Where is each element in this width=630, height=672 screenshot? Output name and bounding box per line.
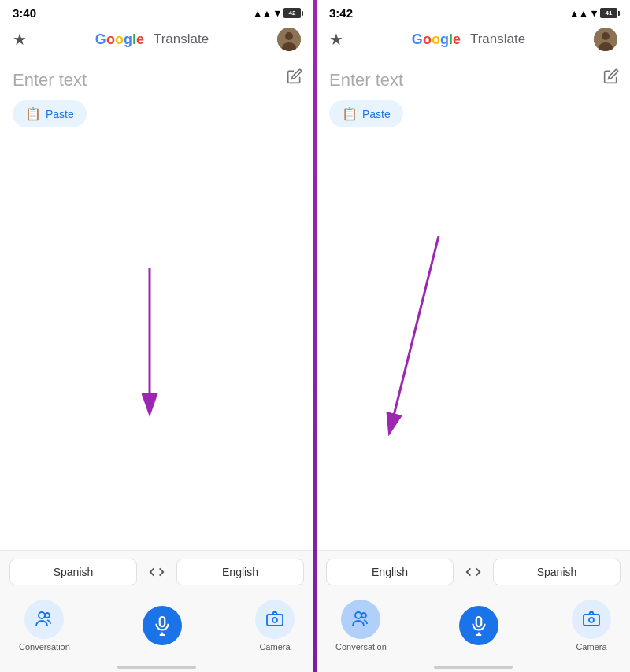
- text-area-1[interactable]: Enter text 📋 Paste: [0, 57, 313, 550]
- lang-right-btn-2[interactable]: Spanish: [493, 559, 621, 585]
- status-time-2: 3:42: [329, 6, 353, 20]
- avatar-2[interactable]: [594, 28, 617, 51]
- status-icons-2: ▲▲ ▾ 41: [569, 7, 617, 19]
- paste-icon-2: 📋: [342, 106, 358, 121]
- paste-label-2: Paste: [362, 108, 391, 120]
- app-header-1: ★ Google Translate: [0, 23, 313, 57]
- phone-screen-2: 3:42 ▲▲ ▾ 41 ★ Google Translate: [317, 0, 630, 672]
- wifi-icon-2: ▾: [591, 7, 597, 19]
- bottom-bar-1: Spanish English Conversation: [0, 550, 313, 672]
- camera-action-1[interactable]: Camera: [255, 600, 295, 652]
- home-bar-2: [434, 666, 513, 669]
- app-header-2: ★ Google Translate: [317, 23, 630, 57]
- svg-point-17: [355, 612, 361, 618]
- mic-action-2[interactable]: [459, 606, 498, 645]
- google-translate-logo-2: Google Translate: [412, 31, 525, 48]
- conversation-label-2: Conversation: [335, 642, 387, 652]
- camera-label-1: Camera: [259, 642, 290, 652]
- home-indicator-1: [0, 661, 313, 672]
- phone-screen-1: 3:40 ▲▲ ▾ 42 ★ Google Translate: [0, 0, 313, 672]
- conversation-action-1[interactable]: Conversation: [19, 600, 70, 652]
- enter-text-placeholder-2: Enter text: [329, 70, 403, 90]
- status-bar-1: 3:40 ▲▲ ▾ 42: [0, 0, 313, 23]
- swap-btn-1[interactable]: [143, 560, 170, 584]
- svg-point-13: [602, 32, 610, 40]
- signal-icon-1: ▲▲: [253, 8, 272, 19]
- svg-rect-22: [584, 615, 599, 626]
- camera-action-2[interactable]: Camera: [572, 600, 611, 652]
- lang-left-btn-2[interactable]: English: [326, 559, 454, 585]
- conversation-action-2[interactable]: Conversation: [335, 600, 387, 652]
- text-area-2[interactable]: Enter text 📋 Paste: [317, 57, 630, 550]
- action-row-2: Conversation: [317, 593, 630, 661]
- home-indicator-2: [317, 661, 630, 672]
- paste-label-1: Paste: [46, 108, 74, 120]
- paste-button-1[interactable]: 📋 Paste: [13, 100, 87, 127]
- language-row-1: Spanish English: [0, 551, 313, 593]
- google-translate-logo-1: Google Translate: [95, 31, 209, 48]
- conversation-icon-circle-2: [341, 600, 380, 639]
- svg-point-1: [285, 32, 293, 40]
- edit-icon-2[interactable]: [603, 68, 619, 88]
- star-icon-2[interactable]: ★: [329, 30, 343, 49]
- svg-point-11: [272, 618, 277, 622]
- lang-left-btn-1[interactable]: Spanish: [9, 559, 137, 585]
- paste-button-2[interactable]: 📋 Paste: [329, 100, 403, 127]
- paste-icon-1: 📋: [25, 106, 41, 121]
- camera-label-2: Camera: [576, 642, 606, 652]
- signal-icon-2: ▲▲: [569, 8, 588, 19]
- svg-rect-7: [160, 617, 165, 626]
- svg-point-18: [361, 613, 366, 618]
- lang-right-btn-1[interactable]: English: [176, 559, 304, 585]
- enter-text-placeholder-1: Enter text: [13, 70, 87, 90]
- translate-label-2: Translate: [470, 31, 525, 47]
- battery-icon-2: 41: [600, 8, 617, 18]
- wifi-icon-1: ▾: [275, 7, 280, 19]
- bottom-bar-2: English Spanish Conversation: [317, 550, 630, 672]
- swap-btn-2[interactable]: [460, 560, 487, 584]
- status-time-1: 3:40: [13, 6, 36, 20]
- svg-rect-10: [267, 615, 283, 626]
- star-icon-1[interactable]: ★: [13, 30, 27, 49]
- camera-icon-circle-2: [572, 600, 611, 639]
- mic-action-1[interactable]: [143, 606, 182, 645]
- language-row-2: English Spanish: [317, 551, 630, 593]
- edit-icon-1[interactable]: [287, 68, 302, 88]
- svg-rect-19: [476, 617, 482, 626]
- svg-point-23: [589, 618, 594, 622]
- avatar-1[interactable]: [277, 28, 301, 51]
- battery-icon-1: 42: [284, 8, 301, 18]
- conversation-label-1: Conversation: [19, 642, 70, 652]
- status-icons-1: ▲▲ ▾ 42: [253, 7, 301, 19]
- svg-point-6: [45, 613, 50, 618]
- translate-label-1: Translate: [154, 31, 209, 47]
- home-bar-1: [117, 666, 196, 669]
- camera-icon-circle-1: [255, 600, 295, 639]
- conversation-icon-circle-1: [24, 600, 64, 639]
- svg-point-5: [39, 612, 45, 618]
- mic-icon-circle-1: [143, 606, 182, 645]
- mic-icon-circle-2: [459, 606, 498, 645]
- action-row-1: Conversation: [0, 593, 313, 661]
- status-bar-2: 3:42 ▲▲ ▾ 41: [317, 0, 630, 23]
